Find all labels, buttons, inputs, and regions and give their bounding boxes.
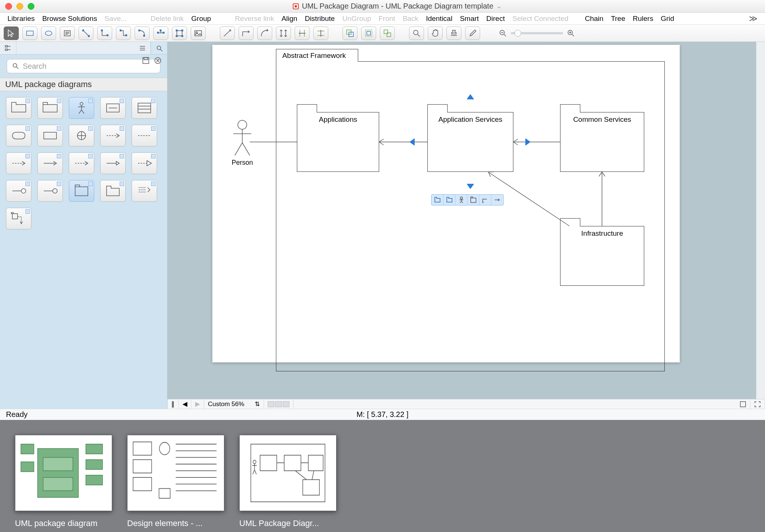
menu-group[interactable]: Group [188, 15, 214, 23]
tool-connector-5[interactable] [153, 27, 168, 40]
thumbnail-1[interactable]: UML package diagram [15, 435, 112, 528]
tool-stamp[interactable] [446, 27, 461, 40]
stencil-frame[interactable] [69, 180, 94, 202]
sidebar-tree-icon[interactable] [0, 42, 16, 54]
menu-distribute[interactable]: Distribute [302, 15, 338, 23]
tool-connector-1[interactable] [79, 27, 93, 40]
menu-rulers[interactable]: Rulers [630, 15, 656, 23]
tool-group-3[interactable] [380, 27, 395, 40]
tool-connector-3[interactable] [116, 27, 131, 40]
canvas-fit-icon[interactable] [736, 399, 750, 409]
quick-frame-icon[interactable] [467, 195, 479, 205]
stencil-package-route[interactable] [6, 208, 31, 229]
tool-zoom[interactable] [409, 27, 424, 40]
package-common-services[interactable]: Common Services [560, 112, 644, 172]
menu-tree[interactable]: Tree [608, 15, 628, 23]
stencil-arrow-dashed-2[interactable] [6, 152, 31, 174]
canvas-scrollbar-vertical[interactable] [756, 42, 765, 399]
quick-actor-icon[interactable] [455, 195, 467, 205]
tool-connector-4[interactable] [135, 27, 150, 40]
tool-insert-image[interactable] [191, 27, 206, 40]
menu-front[interactable]: Front [376, 15, 398, 23]
sidebar-search-icon[interactable] [151, 42, 167, 54]
menu-libraries[interactable]: Libraries [4, 15, 38, 23]
view-mode-toggle[interactable] [264, 399, 294, 409]
menu-chain[interactable]: Chain [582, 15, 606, 23]
tool-arrange-2[interactable] [295, 27, 310, 40]
stencil-arrow-dashed-big[interactable] [132, 152, 157, 174]
stencil-rect[interactable] [37, 125, 63, 146]
zoom-level-select[interactable]: Custom 56%⇅ [204, 399, 264, 409]
stencil-line-circle-open[interactable] [37, 180, 63, 202]
tool-select[interactable] [4, 27, 19, 40]
menu-select-connected[interactable]: Select Connected [509, 15, 571, 23]
stencil-line-lollipop[interactable] [6, 180, 31, 202]
tool-line-2[interactable] [239, 27, 254, 40]
stencil-circle-plus[interactable] [69, 125, 94, 146]
tool-group-1[interactable] [342, 27, 357, 40]
tool-rectangle[interactable] [22, 27, 37, 40]
package-infrastructure[interactable]: Infrastructure [560, 226, 644, 286]
menu-browse-solutions[interactable]: Browse Solutions [39, 15, 100, 23]
search-input[interactable]: Search [7, 59, 160, 73]
zoom-in-icon[interactable] [567, 29, 575, 37]
tool-arrange-1[interactable] [276, 27, 291, 40]
tool-arrange-3[interactable] [313, 27, 328, 40]
menu-more-icon[interactable]: ≫ [746, 14, 761, 24]
tool-connector-6[interactable] [172, 27, 187, 40]
stencil-package[interactable] [6, 97, 31, 119]
canvas-full-icon[interactable] [750, 399, 765, 409]
thumbnail-2[interactable]: Design elements - ... [127, 435, 224, 528]
shape-quick-toolbar[interactable] [431, 194, 504, 205]
window-minimize[interactable] [16, 3, 23, 10]
window-maximize[interactable] [28, 3, 34, 10]
page-collapse-icon[interactable]: ‖ [168, 399, 179, 409]
stencil-note[interactable] [100, 97, 126, 119]
title-dropdown-icon[interactable]: ⌄ [497, 3, 501, 10]
stencil-arrow-solid[interactable] [37, 152, 63, 174]
sidebar-list-icon[interactable] [134, 42, 151, 54]
menu-ungroup[interactable]: UnGroup [339, 15, 374, 23]
stencil-rounded[interactable] [6, 125, 31, 146]
stencil-arrow-dashed[interactable] [100, 125, 126, 146]
stencil-arrow-dashed-open[interactable] [69, 152, 94, 174]
menu-align[interactable]: Align [279, 15, 300, 23]
stencil-blank-pkg[interactable] [100, 180, 126, 202]
frame-label[interactable]: Abstract Framework [276, 49, 358, 62]
canvas[interactable]: Abstract Framework Person Applications A… [168, 42, 765, 409]
tool-eyedropper[interactable] [465, 27, 480, 40]
library-save-icon[interactable] [142, 80, 150, 89]
package-applications[interactable]: Applications [297, 112, 379, 172]
quick-connect-icon[interactable] [479, 195, 491, 205]
tool-line-3[interactable] [257, 27, 272, 40]
menu-back[interactable]: Back [400, 15, 421, 23]
menu-direct[interactable]: Direct [483, 15, 508, 23]
page[interactable]: Abstract Framework Person Applications A… [212, 45, 680, 362]
window-close[interactable] [5, 3, 12, 10]
menu-identical[interactable]: Identical [423, 15, 455, 23]
page-prev-icon[interactable]: ◀ [179, 399, 191, 409]
zoom-slider[interactable] [499, 29, 575, 37]
stencil-list-dashed[interactable] [132, 180, 157, 202]
tool-line-1[interactable] [220, 27, 235, 40]
menu-save[interactable]: Save... [102, 15, 130, 23]
quick-pkg-2-icon[interactable] [443, 195, 455, 205]
stencil-actor[interactable] [69, 97, 94, 119]
menu-smart[interactable]: Smart [457, 15, 482, 23]
quick-arrow-icon[interactable] [491, 195, 503, 205]
quick-pkg-1-icon[interactable] [431, 195, 443, 205]
actor-person[interactable]: Person [227, 120, 257, 167]
stencil-package-2[interactable] [37, 97, 63, 119]
tool-text[interactable] [60, 27, 75, 40]
stencil-arrow-open[interactable] [100, 152, 126, 174]
stencil-line-dashed[interactable] [132, 125, 157, 146]
menu-delete-link[interactable]: Delete link [148, 15, 187, 23]
stencil-table[interactable] [132, 97, 157, 119]
menu-grid[interactable]: Grid [658, 15, 677, 23]
tool-connector-2[interactable] [97, 27, 112, 40]
zoom-out-icon[interactable] [499, 29, 507, 37]
tool-hand[interactable] [428, 27, 443, 40]
menu-reverse-link[interactable]: Reverse link [232, 15, 277, 23]
package-application-services[interactable]: Application Services [427, 112, 513, 172]
tool-group-2[interactable] [361, 27, 376, 40]
